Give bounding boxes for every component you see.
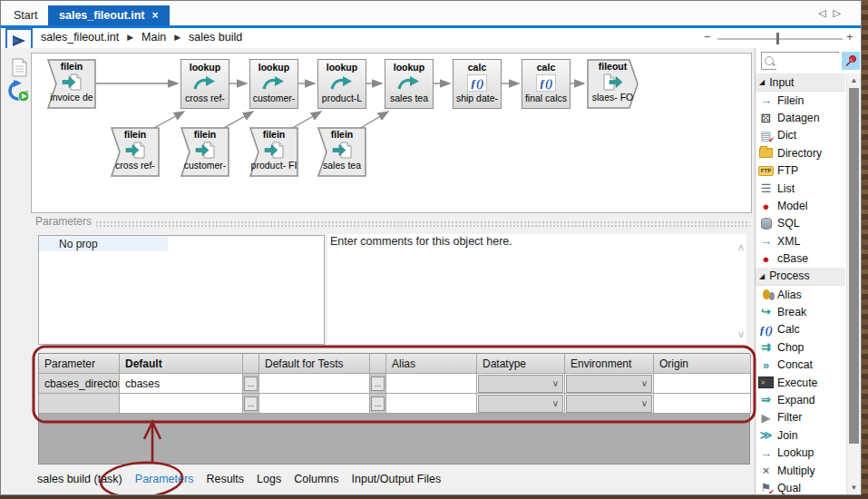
ellipsis-button[interactable]: ... xyxy=(371,396,385,411)
node-lookup[interactable]: lookupsales tea xyxy=(385,59,434,109)
palette-item-multiply[interactable]: ×Multiply xyxy=(756,462,845,479)
node-lookup[interactable]: lookupproduct-L xyxy=(317,59,366,109)
zoom-slider-track[interactable] xyxy=(717,38,843,40)
dropdown-environment[interactable]: ∨ xyxy=(566,375,652,393)
tab-start[interactable]: Start xyxy=(3,5,48,25)
bottom-tab-logs[interactable]: Logs xyxy=(257,473,281,485)
node-filein-icon xyxy=(47,72,96,92)
app-window: Startsales_fileout.int× ◁▷ sales_fileout… xyxy=(0,0,862,495)
palette-item-join[interactable]: ≫Join xyxy=(756,426,845,444)
palette-search-input[interactable] xyxy=(776,54,840,70)
tab-close-icon[interactable]: × xyxy=(151,9,158,22)
palette-item-cbase[interactable]: ●cBase xyxy=(756,250,845,268)
chevron-down-icon: ∨ xyxy=(552,378,559,388)
zoom-in-button[interactable]: + xyxy=(846,30,853,44)
node-filein[interactable]: fileinproduct- FI xyxy=(249,127,298,177)
node-filein[interactable]: fileininvoice de xyxy=(47,59,96,109)
cell-parameter[interactable]: cbases_directory xyxy=(39,374,120,394)
palette-scrollbar: ▲ ▼ xyxy=(846,73,861,494)
properties-empty-row: No prop xyxy=(39,236,168,251)
palette-item-alias[interactable]: Alias xyxy=(756,286,845,303)
zoom-out-button[interactable]: − xyxy=(704,30,711,44)
palette-item-expand[interactable]: ⇒Expand xyxy=(756,391,845,408)
ellipsis-button[interactable]: ... xyxy=(244,377,258,391)
node-lookup[interactable]: lookupcross ref- xyxy=(180,59,229,109)
tab-nav-left-icon[interactable]: ◁ xyxy=(818,7,833,18)
column-header-btn2 xyxy=(370,354,386,374)
comments-scroll-up-icon[interactable]: ∧ xyxy=(737,241,745,253)
bottom-tab-input-output-files[interactable]: Input/Output Files xyxy=(352,473,442,485)
bottom-tab-columns[interactable]: Columns xyxy=(294,473,338,485)
node-filein-icon xyxy=(180,140,229,160)
palette-pin-button[interactable] xyxy=(842,52,860,70)
cell-default[interactable]: cbases xyxy=(120,374,243,394)
breadcrumb-item[interactable]: sales_fileout.int xyxy=(41,31,119,44)
bottom-tab-results[interactable]: Results xyxy=(206,473,244,485)
palette-item-qual[interactable]: ⚑✔Qual xyxy=(756,479,845,494)
ellipsis-button[interactable]: ... xyxy=(244,396,258,411)
node-filein-icon xyxy=(111,140,160,160)
refresh-run-icon[interactable] xyxy=(7,80,30,106)
zoom-slider-handle[interactable] xyxy=(776,33,779,44)
palette-item-concat[interactable]: »Concat xyxy=(756,356,845,373)
breadcrumb-item[interactable]: sales build xyxy=(189,31,242,44)
node-fileout[interactable]: fileoutslaes- FO xyxy=(587,59,639,109)
breadcrumb-item[interactable]: Main xyxy=(141,31,166,44)
dropdown-datatype[interactable]: ∨ xyxy=(478,395,563,413)
palette-item-sql[interactable]: SQL xyxy=(756,215,845,232)
palette-item-calc[interactable]: ƒ()Calc xyxy=(756,321,845,338)
notes-document-icon[interactable] xyxy=(12,58,27,81)
palette-section-process[interactable]: ◢Process xyxy=(756,268,845,286)
palette-item-filter[interactable]: ▶Filter xyxy=(756,409,845,426)
palette-item-xml[interactable]: →XML xyxy=(756,232,845,250)
palette-item-model[interactable]: ●Model xyxy=(756,197,845,214)
cell-alias[interactable] xyxy=(386,394,477,414)
palette-item-directory[interactable]: Directory xyxy=(756,144,845,161)
node-calc[interactable]: calcƒ()ship date- xyxy=(453,59,502,109)
scrollbar-up-icon[interactable]: ▲ xyxy=(847,76,861,84)
ftp-icon: FTP xyxy=(758,164,774,178)
search-icon xyxy=(765,56,774,65)
tab-sales_fileout-int[interactable]: sales_fileout.int× xyxy=(48,5,170,25)
cell-origin[interactable] xyxy=(654,374,751,394)
scrollbar-down-icon[interactable]: ▼ xyxy=(847,484,861,492)
cell-datatype: ∨ xyxy=(477,394,565,414)
cell-origin[interactable] xyxy=(654,394,751,414)
palette-item-lookup[interactable]: →Lookup xyxy=(756,444,845,461)
palette-item-execute[interactable]: >Execute xyxy=(756,374,845,391)
node-lookup[interactable]: lookupcustomer- xyxy=(249,59,298,109)
table-header-row: ParameterDefaultDefault for TestsAliasDa… xyxy=(39,354,749,374)
palette-item-chop[interactable]: ⇉Chop xyxy=(756,338,845,356)
cell-parameter[interactable] xyxy=(39,394,120,414)
tab-bar: Startsales_fileout.int× ◁▷ xyxy=(1,1,861,28)
palette-item-datagen[interactable]: ⚄Datagen xyxy=(756,109,845,126)
palette-item-dict[interactable]: ▤✔Dict xyxy=(756,127,845,144)
palette-item-break[interactable]: ↪Break xyxy=(756,303,845,320)
node-calc[interactable]: calcƒ()final calcs xyxy=(522,59,571,109)
bottom-tab-parameters[interactable]: Parameters xyxy=(135,473,194,485)
node-filein[interactable]: fileinsales tea xyxy=(317,127,366,177)
comments-scroll-down-icon[interactable]: ∨ xyxy=(737,328,745,340)
comments-box[interactable]: Enter comments for this object here. ∧ ∨ xyxy=(327,234,746,344)
cell-alias[interactable] xyxy=(386,374,477,394)
tab-nav-right-icon[interactable]: ▷ xyxy=(834,7,848,18)
node-filein[interactable]: fileincustomer- xyxy=(180,127,229,177)
breadcrumb-separator-icon: ▶ xyxy=(127,33,133,42)
ellipsis-button[interactable]: ... xyxy=(371,377,385,391)
dropdown-datatype[interactable]: ∨ xyxy=(478,375,563,393)
cell-default[interactable] xyxy=(120,394,243,414)
scrollbar-thumb[interactable] xyxy=(849,88,859,444)
palette-item-list[interactable]: ☰List xyxy=(756,180,845,197)
workflow-canvas[interactable]: fileininvoice delookupcross ref-lookupcu… xyxy=(31,53,752,213)
cell-default_for_tests[interactable] xyxy=(259,374,370,394)
dropdown-environment[interactable]: ∨ xyxy=(566,395,652,413)
properties-list[interactable]: No prop xyxy=(38,235,325,345)
palette-item-ftp[interactable]: FTPFTP xyxy=(756,162,845,180)
bottom-tab-sales-build-task-[interactable]: sales build (task) xyxy=(37,473,122,485)
palette-section-label: Input xyxy=(769,76,794,89)
node-filein[interactable]: fileincross ref- xyxy=(111,127,160,177)
palette-item-filein[interactable]: →Filein xyxy=(756,92,845,109)
cell-default_for_tests[interactable] xyxy=(259,394,370,414)
node-type-label: lookup xyxy=(181,62,229,73)
palette-section-input[interactable]: ◢Input xyxy=(756,73,845,92)
